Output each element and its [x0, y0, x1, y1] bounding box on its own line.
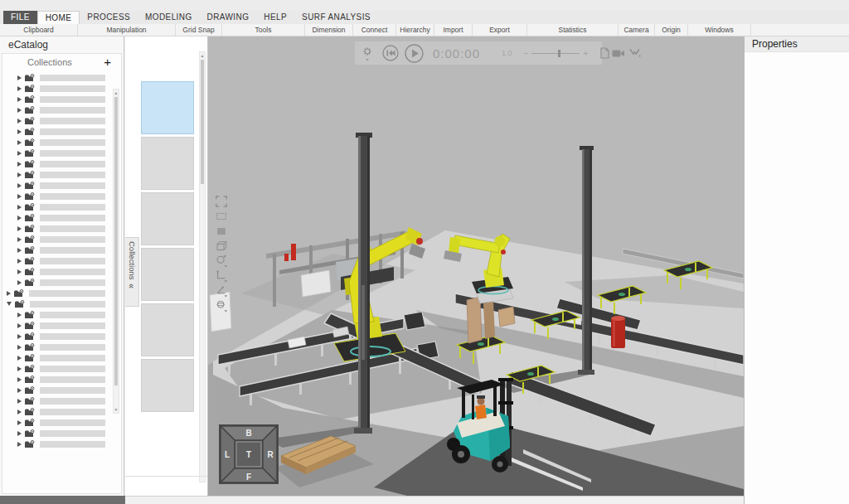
- selection-rectangle-button[interactable]: [214, 209, 229, 224]
- speed-slider-track[interactable]: [531, 53, 580, 54]
- expand-arrow-icon[interactable]: [17, 259, 22, 264]
- ribbon-tab-help[interactable]: HELP: [256, 11, 294, 24]
- simulation-settings-button[interactable]: [355, 45, 380, 61]
- collection-tree-item[interactable]: [2, 363, 114, 374]
- collection-tree-item[interactable]: [2, 428, 114, 439]
- expand-arrow-icon[interactable]: [17, 226, 22, 231]
- collection-tree-item[interactable]: [2, 320, 114, 331]
- collection-tree-item[interactable]: [2, 245, 114, 255]
- component-thumbnail-3[interactable]: [141, 192, 194, 245]
- ribbon-tab-process[interactable]: PROCESS: [80, 11, 138, 24]
- collection-tree-item[interactable]: [2, 266, 114, 277]
- view-cube[interactable]: B L T R F: [219, 424, 279, 484]
- collection-tree-item[interactable]: [2, 395, 114, 406]
- fit-view-button[interactable]: [214, 194, 229, 209]
- expand-arrow-icon[interactable]: [17, 248, 22, 253]
- expand-arrow-icon[interactable]: [17, 205, 22, 210]
- collection-tree-item[interactable]: [2, 352, 114, 363]
- expand-arrow-icon[interactable]: [7, 302, 12, 306]
- collection-tree-item[interactable]: [2, 72, 114, 83]
- collection-tree-item[interactable]: [2, 331, 114, 342]
- rotate-axis-button[interactable]: [214, 284, 229, 298]
- expand-arrow-icon[interactable]: [17, 345, 22, 350]
- collections-vertical-tab[interactable]: Collections «: [125, 237, 139, 307]
- collection-tree-item[interactable]: [2, 115, 114, 126]
- scroll-down-icon[interactable]: ▼: [114, 406, 119, 413]
- component-thumbnail-5[interactable]: [141, 303, 194, 356]
- expand-arrow-icon[interactable]: [17, 280, 22, 285]
- speed-decrease-button[interactable]: −: [521, 49, 532, 58]
- expand-arrow-icon[interactable]: [17, 399, 22, 404]
- expand-arrow-icon[interactable]: [17, 216, 22, 220]
- expand-arrow-icon[interactable]: [17, 388, 22, 393]
- collection-tree-item[interactable]: [2, 94, 114, 104]
- ribbon-group-connect[interactable]: Connect: [353, 24, 396, 36]
- expand-arrow-icon[interactable]: [17, 75, 22, 80]
- catalog-scrollbar[interactable]: ▲ ▼: [113, 89, 119, 414]
- ribbon-group-origin[interactable]: Origin: [655, 24, 688, 36]
- expand-arrow-icon[interactable]: [17, 442, 22, 447]
- render-sphere-button[interactable]: [214, 298, 229, 313]
- scroll-up-icon[interactable]: ▲: [114, 90, 119, 96]
- move-axis-button[interactable]: [214, 269, 229, 284]
- ribbon-tab-surf-analysis[interactable]: SURF ANALYSIS: [294, 11, 378, 24]
- expand-arrow-icon[interactable]: [17, 323, 22, 328]
- reset-simulation-button[interactable]: [380, 44, 401, 62]
- speed-increase-button[interactable]: +: [580, 49, 591, 58]
- collection-tree-item[interactable]: [2, 234, 114, 245]
- ribbon-tab-file[interactable]: FILE: [3, 11, 37, 24]
- scroll-up-icon[interactable]: ▲: [200, 52, 205, 59]
- expand-arrow-icon[interactable]: [17, 183, 22, 188]
- expand-arrow-icon[interactable]: [17, 377, 22, 382]
- collection-tree-item[interactable]: [2, 158, 114, 169]
- expand-arrow-icon[interactable]: [17, 334, 22, 339]
- expand-arrow-icon[interactable]: [17, 237, 22, 242]
- expand-arrow-icon[interactable]: [17, 269, 22, 274]
- ribbon-group-tools[interactable]: Tools: [222, 24, 305, 36]
- fill-render-mode-button[interactable]: [214, 224, 229, 239]
- ribbon-tab-home[interactable]: HOME: [37, 11, 80, 24]
- expand-arrow-icon[interactable]: [17, 108, 22, 113]
- collection-tree-item[interactable]: [2, 137, 114, 148]
- record-video-button[interactable]: [611, 49, 626, 58]
- collection-tree-item[interactable]: [2, 180, 114, 191]
- scrollbar-thumb[interactable]: [201, 60, 204, 184]
- red-cabinet[interactable]: [611, 316, 625, 348]
- ribbon-group-hierarchy[interactable]: Hierarchy: [396, 24, 434, 36]
- ribbon-group-windows[interactable]: Windows: [688, 24, 751, 36]
- expand-arrow-icon[interactable]: [17, 431, 22, 436]
- collection-tree-item[interactable]: [2, 374, 114, 385]
- expand-arrow-icon[interactable]: [17, 97, 22, 102]
- expand-arrow-icon[interactable]: [17, 162, 22, 167]
- expand-arrow-icon[interactable]: [17, 86, 22, 91]
- collection-tree-item[interactable]: [2, 148, 114, 158]
- collection-tree-item[interactable]: [2, 342, 114, 352]
- component-thumbnail-2[interactable]: [141, 137, 194, 190]
- expand-arrow-icon[interactable]: [17, 313, 22, 317]
- collection-tree-item[interactable]: [2, 83, 114, 94]
- scrollbar-thumb[interactable]: [114, 97, 118, 385]
- vr-mode-button[interactable]: [626, 48, 643, 59]
- wireframe-cube-button[interactable]: [214, 239, 229, 254]
- collection-tree-item[interactable]: [2, 223, 114, 234]
- ribbon-tab-drawing[interactable]: DRAWING: [200, 11, 257, 24]
- expand-arrow-icon[interactable]: [17, 140, 22, 145]
- collapse-panel-icon[interactable]: «: [127, 284, 137, 288]
- collection-tree-item[interactable]: [2, 417, 114, 428]
- expand-arrow-icon[interactable]: [17, 356, 22, 361]
- expand-arrow-icon[interactable]: [17, 119, 22, 124]
- ribbon-group-export[interactable]: Export: [473, 24, 527, 36]
- play-simulation-button[interactable]: [401, 43, 426, 64]
- collection-tree-item[interactable]: [2, 212, 114, 223]
- ribbon-group-statistics[interactable]: Statistics: [527, 24, 619, 36]
- collection-tree-item[interactable]: [2, 406, 114, 417]
- collection-tree-item[interactable]: [2, 298, 114, 309]
- expand-arrow-icon[interactable]: [17, 129, 22, 134]
- ribbon-group-dimension[interactable]: Dimension: [305, 24, 353, 36]
- add-collection-button[interactable]: +: [104, 55, 111, 69]
- 3d-viewport[interactable]: 0:00:00 1.0 − +: [208, 36, 744, 496]
- export-pdf-button[interactable]: [598, 47, 611, 59]
- collection-tree-item[interactable]: [2, 126, 114, 137]
- component-thumbnail-1[interactable]: [141, 81, 194, 134]
- ribbon-group-clipboard[interactable]: Clipboard: [0, 24, 78, 36]
